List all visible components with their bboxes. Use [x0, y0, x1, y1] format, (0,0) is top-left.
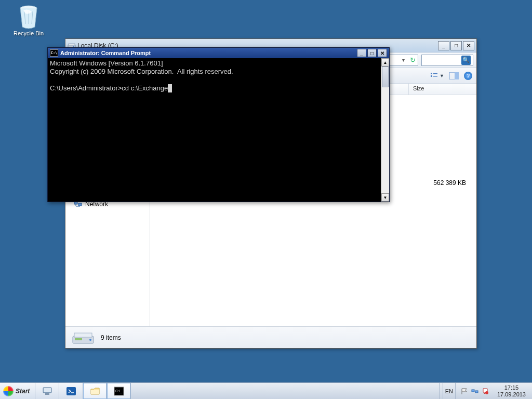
- svg-rect-20: [44, 388, 51, 392]
- cmd-line: Microsoft Windows [Version 6.1.7601]: [50, 59, 163, 67]
- column-size[interactable]: Size: [409, 84, 476, 95]
- svg-rect-25: [472, 390, 474, 392]
- scroll-thumb[interactable]: [382, 66, 389, 87]
- help-icon[interactable]: ?: [464, 72, 472, 80]
- scroll-down-button[interactable]: ▼: [381, 193, 389, 202]
- svg-rect-17: [75, 338, 82, 340]
- clock-time: 17:15: [497, 384, 526, 391]
- search-icon[interactable]: 🔍: [461, 56, 471, 65]
- taskbar-cmd[interactable]: C:\_: [107, 383, 131, 399]
- scroll-up-button[interactable]: ▲: [381, 58, 389, 66]
- scroll-track[interactable]: [381, 66, 389, 193]
- network-tray-icon[interactable]: [471, 388, 478, 395]
- svg-text:C:\_: C:\_: [115, 389, 122, 393]
- search-input[interactable]: 🔍: [421, 55, 473, 66]
- chevron-down-icon[interactable]: ▾: [402, 57, 405, 63]
- svg-rect-7: [431, 75, 432, 77]
- preview-pane-button[interactable]: [449, 72, 459, 79]
- cmd-window[interactable]: C:\ Administrator: Command Prompt _ □ ✕ …: [47, 47, 390, 202]
- svg-rect-22: [91, 390, 99, 394]
- drive-icon: [72, 330, 95, 345]
- cmd-title: Administrator: Command Prompt: [60, 50, 151, 56]
- explorer-minimize-button[interactable]: _: [438, 41, 449, 50]
- svg-rect-19: [45, 393, 49, 395]
- svg-rect-15: [74, 333, 92, 337]
- svg-rect-2: [69, 44, 75, 45]
- language-indicator[interactable]: EN: [443, 383, 456, 399]
- cmd-icon: C:\: [50, 49, 58, 57]
- svg-point-27: [485, 391, 488, 394]
- start-button[interactable]: Start: [0, 383, 35, 399]
- explorer-maximize-button[interactable]: □: [450, 41, 462, 50]
- status-items: 9 items: [101, 334, 121, 341]
- action-center-icon[interactable]: [482, 388, 489, 395]
- cmd-close-button[interactable]: ✕: [378, 49, 387, 57]
- status-bar: 9 items: [65, 326, 476, 348]
- svg-rect-13: [78, 203, 82, 206]
- taskbar-server-manager[interactable]: [35, 383, 59, 399]
- taskbar-explorer[interactable]: [83, 383, 107, 399]
- cmd-titlebar[interactable]: C:\ Administrator: Command Prompt _ □ ✕: [48, 48, 389, 58]
- cmd-scrollbar[interactable]: ▲ ▼: [381, 58, 389, 202]
- svg-rect-9: [433, 76, 437, 77]
- cell-size: 562 389 KB: [409, 179, 476, 187]
- recycle-bin-label: Recycle Bin: [10, 30, 47, 36]
- recycle-bin-icon: [17, 3, 40, 29]
- view-mode-button[interactable]: ▼: [430, 72, 444, 79]
- cmd-minimize-button[interactable]: _: [357, 49, 366, 57]
- taskbar-powershell[interactable]: [59, 383, 83, 399]
- svg-rect-26: [475, 391, 478, 393]
- system-tray[interactable]: EN 17:15 17.09.2013: [439, 383, 532, 399]
- windows-orb-icon: [3, 386, 14, 396]
- start-label: Start: [16, 388, 30, 395]
- cmd-line: Copyright (c) 2009 Microsoft Corporation…: [50, 68, 233, 75]
- svg-rect-8: [433, 73, 437, 74]
- svg-rect-11: [455, 72, 459, 79]
- clock-date: 17.09.2013: [497, 391, 526, 398]
- cmd-input-text: cd c:\Exchange: [122, 84, 168, 92]
- recycle-bin[interactable]: Recycle Bin: [10, 3, 47, 36]
- svg-point-16: [89, 339, 91, 341]
- terminal-output[interactable]: Microsoft Windows [Version 6.1.7601] Cop…: [48, 58, 381, 202]
- refresh-icon[interactable]: ↻: [410, 56, 416, 64]
- svg-point-3: [73, 46, 74, 47]
- cursor: _: [168, 84, 172, 92]
- explorer-close-button[interactable]: ✕: [463, 41, 474, 50]
- flag-icon[interactable]: [461, 388, 468, 395]
- chevron-down-icon: ▼: [440, 73, 444, 78]
- svg-rect-6: [431, 73, 432, 74]
- clock[interactable]: 17:15 17.09.2013: [494, 383, 529, 399]
- cmd-prompt: C:\Users\Administrator>: [50, 84, 122, 92]
- cmd-maximize-button[interactable]: □: [367, 49, 377, 57]
- taskbar[interactable]: Start C:\_ EN 17:15 17.09.2013: [0, 382, 532, 399]
